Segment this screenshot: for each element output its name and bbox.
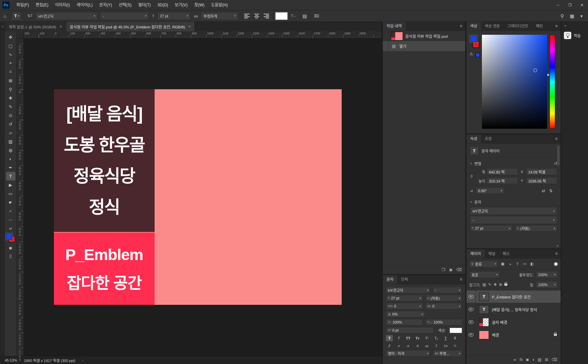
text-orientation-icon[interactable]: ⇅T [26,14,33,18]
blend-mode-select[interactable]: 표준 ▾ [469,271,500,278]
layer-row-4[interactable]: 배경 [467,329,561,341]
char-color-swatch[interactable] [449,328,462,333]
layer-visibility-toggle[interactable] [467,303,476,316]
flip-vertical-icon[interactable]: ⇅ [549,189,553,193]
learn-button[interactable]: 학습 [564,32,581,39]
dodge-tool[interactable]: ◐ [6,154,15,163]
standard-ligatures-button[interactable]: fi [386,343,393,349]
filter-adjustment-layers-icon[interactable]: ◑ [507,261,513,267]
char-horizontal-scale-field[interactable]: T↔ 100% [425,319,463,326]
3d-button[interactable]: 3D [313,14,320,18]
layer-style-icon[interactable]: fx [520,357,523,362]
hand-tool[interactable]: ☛ [6,198,15,207]
frame-tool[interactable]: ⊠ [6,76,15,85]
menu-item-5[interactable]: 문자(Y) [96,0,115,10]
menu-item-3[interactable]: 이미지(I) [52,0,73,10]
layer-visibility-toggle[interactable] [467,316,476,328]
menu-item-6[interactable]: 선택(S) [115,0,135,10]
opacity-select[interactable]: 100% ▾ [536,271,558,278]
swash-button[interactable]: A [414,343,421,349]
underline-button[interactable]: T [442,335,449,341]
vertical-ruler[interactable]: 3002001000100200300400500600700800900100… [17,38,24,356]
delete-layer-icon[interactable]: ⌫ [552,357,557,362]
blur-tool[interactable]: ◍ [6,146,15,154]
layers-tab-2[interactable]: 채널 [485,249,499,258]
y-field[interactable]: 1026.05 픽 [526,177,558,184]
flip-horizontal-icon[interactable]: ⇄ [542,189,545,193]
align-center-button[interactable] [253,13,260,19]
color-picker-field[interactable] [482,35,547,129]
stylistic-alternates-button[interactable]: aa [423,343,430,349]
document-tab-1[interactable]: 제목 없음-1 @ 50% (RGB/8)✕ [5,22,66,31]
home-icon[interactable]: ⌂ [3,13,7,19]
discretionary-ligatures-button[interactable]: st [405,343,412,349]
color-tab-1[interactable]: 색상 [467,22,481,31]
width-field[interactable]: 642.82 픽 [487,168,518,175]
char-language-select[interactable]: 영어 : 미국 ▾ [386,350,430,357]
all-caps-button[interactable]: TT [405,335,412,341]
contextual-alternates-button[interactable]: ℯ [395,343,402,349]
gradient-tool[interactable]: ▨ [6,137,15,146]
fractions-button[interactable]: ½ [451,343,458,349]
lock-all-icon[interactable] [504,283,507,286]
properties-scrollbar[interactable]: ▾ [557,144,560,247]
text-color-swatch[interactable] [275,12,288,20]
superscript-button[interactable]: T¹ [423,335,430,341]
new-document-from-state-icon[interactable]: ❐ [442,267,445,272]
add-layer-mask-icon[interactable]: ◙ [526,357,528,362]
font-size-select[interactable]: 27 pt ▾ [157,12,191,20]
canvas-viewport[interactable]: [배달 음식]도봉 한우골정육식당정식 P_Emblem잡다한 공간 [23,38,382,356]
menu-item-1[interactable]: 파일(F) [13,0,32,10]
crop-tool[interactable]: ⌗ [6,68,15,76]
menu-item-11[interactable]: 도움말(H) [208,0,231,10]
menu-item-2[interactable]: 편집(E) [32,0,52,10]
character-tab-1[interactable]: 문자 [383,275,397,284]
small-caps-button[interactable]: Tᴛ [414,335,421,341]
foreground-color-swatch[interactable] [470,35,477,42]
background-color-swatch[interactable] [473,41,479,48]
brush-tool[interactable]: ✎ [6,102,15,111]
layer-row-2[interactable]: T[배달 음식] ... 정육식당 정식 [467,303,561,316]
history-state-2[interactable]: ▤열기 [383,41,465,51]
strikethrough-button[interactable]: T [451,335,458,341]
document-tab-2[interactable]: 음식점 리뷰 작업 파일.psd @ 45.5% (P_Emblem 잡다한 공… [66,22,195,31]
filter-type-layers-icon[interactable]: T [514,261,521,267]
eyedropper-tool[interactable]: ⚲ [6,85,15,94]
character-tab-2[interactable]: 단락 [397,275,412,284]
new-group-icon[interactable]: ▤ [538,357,541,362]
pen-tool[interactable]: ✒ [6,163,15,172]
quick-mask-icon[interactable]: ◙ [9,245,12,250]
path-selection-tool[interactable]: ▶ [6,180,15,189]
layer-filter-type-select[interactable]: ⚲ 종류 ▾ [469,260,498,267]
filter-pixel-layers-icon[interactable]: ▣ [499,261,506,267]
layer-row-1[interactable]: TP_Emblem 잡다한 공간 [467,290,561,303]
properties-tab-2[interactable]: 조정 [481,134,495,143]
history-panel-tab[interactable]: 작업 내역 [383,22,406,31]
props-font-family-select[interactable]: HY견고딕 ▾ [470,207,557,215]
font-family-select[interactable]: HY견고딕 ▾ [35,12,98,20]
spot-healing-brush-tool[interactable]: ✚ [6,94,15,102]
transform-section-header[interactable]: ∨ 변형 ↺ [467,158,561,167]
lock-position-icon[interactable]: ✥ [494,282,497,287]
delete-state-icon[interactable]: ⌫ [456,267,462,272]
char-kerning-select[interactable]: V/A 0 ▾ [386,303,423,310]
object-selection-tool[interactable]: ⌖ [6,59,15,68]
menu-item-8[interactable]: 3D(D) [154,0,171,10]
props-font-style-select[interactable]: - ▾ [470,216,557,224]
clone-stamp-tool[interactable]: ⊙ [6,111,15,120]
char-anti-alias-select[interactable]: aa 뚜렷... ▾ [433,350,462,357]
props-leading-select[interactable]: A (자동) ▾ [515,225,558,232]
color-tab-4[interactable]: 패턴 [532,22,547,31]
new-layer-icon[interactable]: ⊞ [545,357,548,362]
history-brush-tool[interactable]: ↺ [6,120,15,128]
document-canvas[interactable]: [배달 음식]도봉 한우골정육식당정식 P_Emblem잡다한 공간 [54,89,342,305]
panel-menu-icon[interactable]: ≡ [457,22,465,31]
status-expand-icon[interactable]: › [82,358,83,362]
char-font-style-select[interactable]: - ▾ [433,287,462,293]
panel-menu-icon[interactable]: ≡ [552,22,561,31]
faux-bold-button[interactable]: T [386,335,393,341]
char-baseline-field[interactable]: Aª 0 pt [386,327,434,334]
menu-item-7[interactable]: 필터(T) [135,0,154,10]
minimize-button[interactable]: ─ [552,0,564,10]
char-size-select[interactable]: T 27 pt ▾ [386,295,423,301]
